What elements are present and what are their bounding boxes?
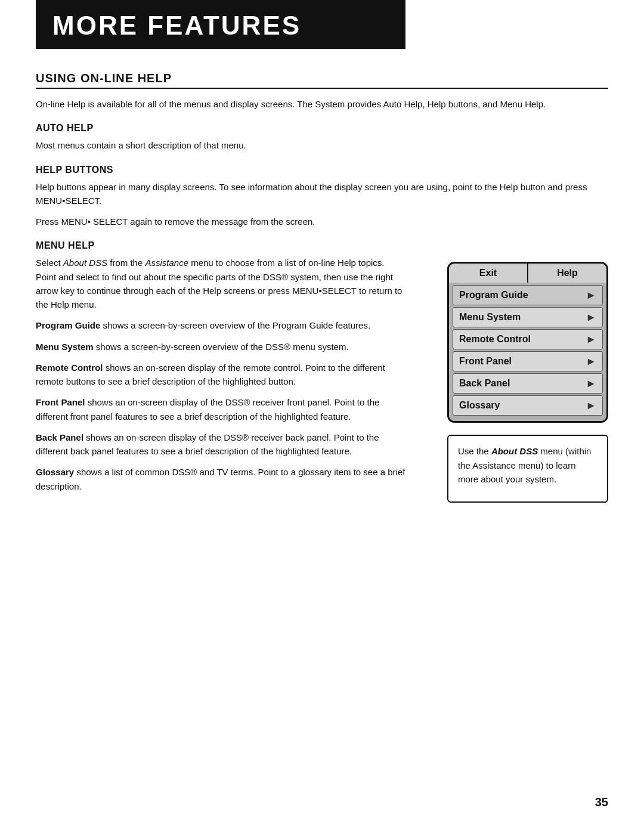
dss-menu-items: Program Guide ► Menu System ► Remote Con… bbox=[449, 283, 606, 421]
menu-help-intro: Select About DSS from the Assistance men… bbox=[36, 256, 405, 311]
help-button[interactable]: Help bbox=[528, 264, 606, 283]
menu-item-label: Program Guide bbox=[459, 290, 528, 301]
menu-item-front-panel[interactable]: Front Panel ► bbox=[453, 351, 603, 371]
auto-help-section: AUTO HELP Most menus contain a short des… bbox=[36, 123, 608, 152]
info-box-text: Use the About DSS menu (within the Assis… bbox=[458, 444, 597, 486]
help-buttons-section: HELP BUTTONS Help buttons appear in many… bbox=[36, 165, 608, 229]
arrow-icon: ► bbox=[586, 355, 596, 368]
program-guide-desc: Program Guide shows a screen-by-screen o… bbox=[36, 318, 405, 332]
menu-item-label: Remote Control bbox=[459, 334, 531, 345]
help-buttons-body2: Press MENU• SELECT again to remove the m… bbox=[36, 215, 608, 228]
auto-help-body: Most menus contain a short description o… bbox=[36, 138, 608, 152]
arrow-icon: ► bbox=[586, 333, 596, 346]
menu-item-back-panel[interactable]: Back Panel ► bbox=[453, 373, 603, 394]
help-buttons-title: HELP BUTTONS bbox=[36, 165, 608, 175]
arrow-icon: ► bbox=[586, 400, 596, 412]
help-buttons-body1: Help buttons appear in many display scre… bbox=[36, 180, 608, 208]
dss-menu-top-bar: Exit Help bbox=[449, 264, 606, 283]
right-column: Exit Help Program Guide ► Menu System ► … bbox=[429, 256, 608, 503]
menu-item-program-guide[interactable]: Program Guide ► bbox=[453, 285, 603, 305]
using-online-help-intro: On-line Help is available for all of the… bbox=[36, 97, 608, 111]
menu-item-menu-system[interactable]: Menu System ► bbox=[453, 307, 603, 327]
arrow-icon: ► bbox=[586, 289, 596, 302]
arrow-icon: ► bbox=[586, 311, 596, 324]
menu-item-remote-control[interactable]: Remote Control ► bbox=[453, 329, 603, 349]
exit-button[interactable]: Exit bbox=[449, 264, 528, 283]
front-panel-desc: Front Panel shows an on-screen display o… bbox=[36, 395, 405, 423]
menu-system-desc: Menu System shows a screen-by-screen ove… bbox=[36, 340, 405, 354]
menu-item-label: Menu System bbox=[459, 312, 521, 323]
glossary-desc: Glossary shows a list of common DSS® and… bbox=[36, 465, 405, 493]
arrow-icon: ► bbox=[586, 377, 596, 390]
remote-control-desc: Remote Control shows an on-screen displa… bbox=[36, 361, 405, 389]
info-box: Use the About DSS menu (within the Assis… bbox=[447, 435, 608, 503]
menu-item-glossary[interactable]: Glossary ► bbox=[453, 395, 603, 416]
dss-menu-widget: Exit Help Program Guide ► Menu System ► … bbox=[447, 262, 608, 423]
left-column: Select About DSS from the Assistance men… bbox=[36, 256, 429, 503]
menu-item-label: Front Panel bbox=[459, 356, 512, 367]
page-number: 35 bbox=[595, 795, 608, 809]
using-online-help-title: USING ON-LINE HELP bbox=[36, 72, 608, 89]
using-online-help-section: USING ON-LINE HELP On-line Help is avail… bbox=[36, 72, 608, 111]
menu-item-label: Glossary bbox=[459, 400, 500, 411]
menu-item-label: Back Panel bbox=[459, 378, 510, 389]
auto-help-title: AUTO HELP bbox=[36, 123, 608, 134]
header-banner: MORE FEATURES bbox=[36, 0, 405, 49]
back-panel-desc: Back Panel shows an on-screen display of… bbox=[36, 431, 405, 459]
page-title: MORE FEATURES bbox=[52, 11, 389, 41]
menu-help-title: MENU HELP bbox=[36, 240, 608, 251]
main-content: Select About DSS from the Assistance men… bbox=[36, 256, 608, 503]
